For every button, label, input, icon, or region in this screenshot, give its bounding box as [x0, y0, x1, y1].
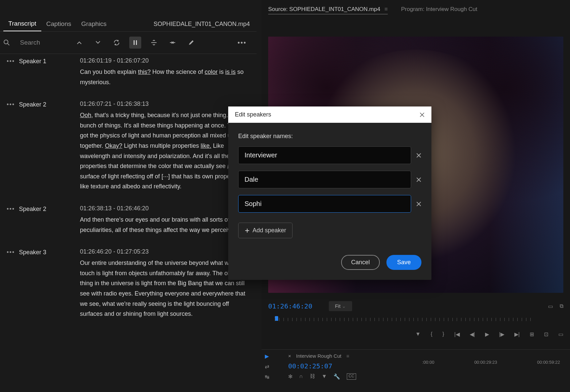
out-point-icon[interactable]: }	[442, 331, 444, 337]
transport-bar: 01:26:46:20 Fit ⌄ ▭ ⧉	[268, 301, 563, 311]
remove-speaker-1-icon[interactable]	[416, 153, 421, 158]
close-icon[interactable]	[419, 112, 425, 117]
transcript-segment: •••Speaker 201:26:38:13 - 01:26:46:20And…	[7, 205, 250, 235]
tab-graphics[interactable]: Graphics	[76, 17, 112, 31]
cc-icon[interactable]: CC	[347, 373, 356, 380]
dialog-title: Edit speakers	[235, 111, 271, 118]
sequence-title[interactable]: Interview Rough Cut	[296, 353, 341, 359]
transcript-body: •••Speaker 101:26:01:19 - 01:26:07:20Can…	[0, 54, 257, 392]
edit-speakers-dialog: Edit speakers Edit speaker names: Add sp…	[228, 106, 431, 280]
selection-tool-icon[interactable]: ▶	[265, 353, 278, 359]
pencil-icon[interactable]	[185, 37, 197, 49]
speaker-name-input-1[interactable]	[238, 146, 411, 164]
svg-point-0	[4, 40, 8, 44]
more-icon[interactable]: •••	[238, 39, 253, 47]
save-button[interactable]: Save	[386, 255, 421, 270]
segment-text[interactable]: Ooh, that's a tricky thing, because it's…	[80, 110, 250, 192]
mini-ruler[interactable]	[268, 314, 563, 324]
export-frame-icon[interactable]: ▭	[558, 331, 563, 337]
tab-captions[interactable]: Captions	[41, 17, 76, 31]
cancel-button[interactable]: Cancel	[341, 255, 380, 270]
playback-controls: ▼ { } |◀ ◀| ▶ |▶ ▶| ⊞ ⊡ ▭	[268, 331, 563, 337]
speaker-name-input-3[interactable]	[238, 195, 411, 213]
wrench-icon[interactable]: 🔧	[333, 373, 340, 380]
add-speaker-button[interactable]: Add speaker	[238, 223, 292, 238]
filename-label: SOPHIEDALE_INT01_CANON.mp4	[154, 21, 257, 28]
step-back-icon[interactable]: ◀|	[470, 331, 475, 337]
next-icon[interactable]	[92, 37, 104, 49]
magnet-icon[interactable]: ∩	[299, 373, 303, 380]
timecode-display[interactable]: 01:26:46:20	[268, 302, 312, 310]
speaker-name-input-2[interactable]	[238, 171, 411, 188]
speaker-label[interactable]: Speaker 2	[19, 101, 46, 108]
add-marker-icon[interactable]: ▼	[415, 331, 421, 337]
transcript-segment: •••Speaker 201:26:07:21 - 01:26:38:13Ooh…	[7, 100, 250, 192]
vr-toggle-icon[interactable]: ⧉	[560, 303, 563, 309]
tab-source[interactable]: Source: SOPHIEDALE_INT01_CANON.mp4 ≡	[268, 6, 388, 14]
segment-menu-icon[interactable]: •••	[7, 101, 15, 108]
ripple-tool-icon[interactable]: ↹	[265, 374, 278, 380]
timeline-tools: ▶ ⇄ ↹	[262, 350, 282, 392]
go-out-icon[interactable]: ▶|	[514, 331, 520, 337]
seq-menu-icon[interactable]: ≡	[346, 353, 349, 359]
segment-menu-icon[interactable]: •••	[7, 58, 15, 65]
dialog-header: Edit speakers	[228, 106, 431, 123]
svg-line-1	[8, 44, 9, 45]
transcript-segment: •••Speaker 101:26:01:19 - 01:26:07:20Can…	[7, 57, 250, 87]
segment-menu-icon[interactable]: •••	[7, 249, 15, 256]
segment-timecode[interactable]: 01:26:46:20 - 01:27:05:23	[80, 248, 250, 255]
refresh-icon[interactable]	[111, 37, 123, 49]
tab-transcript[interactable]: Transcript	[3, 17, 41, 31]
svg-rect-2	[134, 40, 135, 45]
remove-speaker-3-icon[interactable]	[416, 201, 421, 207]
play-icon[interactable]: ▶	[485, 331, 489, 337]
close-seq-icon[interactable]: ×	[288, 353, 291, 359]
svg-rect-3	[136, 40, 137, 45]
tab-program[interactable]: Program: Interview Rough Cut	[401, 6, 477, 14]
transcript-toolbar: Search •••	[0, 32, 257, 54]
go-in-icon[interactable]: |◀	[454, 331, 459, 337]
overwrite-icon[interactable]: ⊡	[544, 331, 548, 337]
speaker-label[interactable]: Speaker 1	[19, 58, 46, 65]
track-tool-icon[interactable]: ⇄	[265, 363, 278, 370]
marker-safe-icon[interactable]: ▭	[548, 303, 553, 309]
dialog-label: Edit speaker names:	[238, 133, 421, 140]
segment-menu-icon[interactable]: •••	[7, 206, 15, 213]
search-icon[interactable]	[3, 39, 10, 46]
segment-timecode[interactable]: 01:26:01:19 - 01:26:07:20	[80, 57, 250, 64]
prev-icon[interactable]	[73, 37, 85, 49]
transcript-segment: •••Speaker 301:26:46:20 - 01:27:05:23Our…	[7, 248, 250, 319]
speaker-label[interactable]: Speaker 2	[19, 206, 46, 213]
segment-text[interactable]: And then there's our eyes and our brains…	[80, 215, 250, 235]
insert-icon[interactable]: ⊞	[530, 331, 534, 337]
zoom-fit-dropdown[interactable]: Fit ⌄	[329, 301, 352, 311]
segment-timecode[interactable]: 01:26:07:21 - 01:26:38:13	[80, 100, 250, 107]
timeline-panel: ▶ ⇄ ↹ × Interview Rough Cut ≡ 00:02:25:0…	[262, 349, 570, 392]
monitor-tabs: Source: SOPHIEDALE_INT01_CANON.mp4 ≡ Pro…	[262, 0, 570, 18]
segment-text[interactable]: Our entire understanding of the universe…	[80, 258, 250, 319]
in-point-icon[interactable]: {	[431, 331, 432, 337]
linked-sel-icon[interactable]: ⛓	[310, 373, 315, 380]
search-input[interactable]: Search	[20, 39, 40, 46]
snap-icon[interactable]: ✻	[288, 373, 292, 380]
step-fwd-icon[interactable]: |▶	[499, 331, 504, 337]
segment-timecode[interactable]: 01:26:38:13 - 01:26:46:20	[80, 205, 250, 212]
timeline-ruler[interactable]: :00:00 00:00:29:23 00:00:59:22	[422, 360, 560, 365]
text-tabs: Transcript Captions Graphics SOPHIEDALE_…	[0, 0, 257, 32]
marker-tl-icon[interactable]: ▼	[322, 373, 327, 380]
segment-text[interactable]: Can you both explain this? How the scien…	[80, 67, 250, 87]
align-icon[interactable]	[148, 37, 160, 49]
pause-toggle-icon[interactable]	[129, 37, 141, 49]
remove-speaker-2-icon[interactable]	[416, 177, 421, 182]
speaker-label[interactable]: Speaker 3	[19, 249, 46, 256]
text-panel: Transcript Captions Graphics SOPHIEDALE_…	[0, 0, 257, 392]
playhead-icon[interactable]	[275, 316, 278, 321]
merge-icon[interactable]	[167, 37, 179, 49]
